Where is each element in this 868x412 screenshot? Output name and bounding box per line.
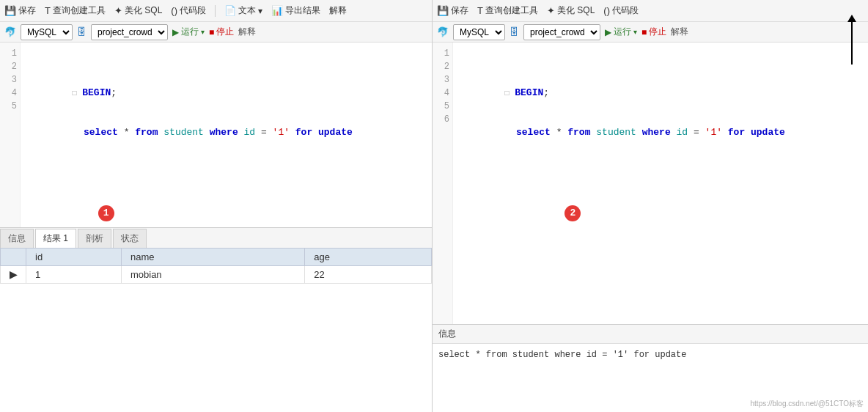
export-icon: 📊 bbox=[271, 5, 283, 16]
stop-icon-left: ■ bbox=[209, 27, 214, 37]
right-code-line-4: 2 bbox=[459, 192, 862, 205]
right-db-name-select[interactable]: project_crowd bbox=[523, 24, 600, 40]
left-db-bar: 🐬 MySQL 🗄 project_crowd ▶ 运行 ▾ ■ 停止 解释 bbox=[0, 22, 432, 43]
table-row: ▶ 1 mobian 22 bbox=[1, 266, 432, 284]
query-tool-icon: T bbox=[45, 5, 51, 16]
left-export-button[interactable]: 📊 导出结果 bbox=[271, 4, 320, 17]
mysql-icon-left: 🐬 bbox=[4, 26, 16, 37]
db-icon-left: 🗄 bbox=[77, 26, 87, 37]
code-icon: () bbox=[171, 5, 177, 16]
code-line-1: □ BEGIN; bbox=[26, 73, 426, 87]
right-info-header: 信息 bbox=[433, 325, 868, 344]
left-explain-button[interactable]: 解释 bbox=[238, 26, 256, 38]
right-db-bar: 🐬 MySQL 🗄 project_crowd ▶ 运行 ▾ ■ 停止 解释 bbox=[433, 22, 868, 43]
left-bottom: 信息 结果 1 剖析 状态 id name age ▶ bbox=[0, 227, 432, 412]
left-line-numbers: 1 2 3 4 5 bbox=[0, 43, 21, 227]
right-explain-button[interactable]: 解释 bbox=[671, 26, 688, 38]
right-info-content: select * from student where id = '1' for… bbox=[433, 344, 868, 366]
watermark: https://blog.csdn.net/@51CTO标客 bbox=[751, 399, 864, 409]
tab-analyze[interactable]: 剖析 bbox=[78, 229, 111, 248]
right-db-type-select[interactable]: MySQL bbox=[453, 24, 505, 40]
row-indicator: ▶ bbox=[1, 266, 26, 284]
right-code-content[interactable]: □ BEGIN; select * from student where id … bbox=[453, 43, 868, 324]
tab-status[interactable]: 状态 bbox=[113, 229, 147, 248]
right-code-block-button[interactable]: () 代码段 bbox=[603, 4, 639, 17]
tab-info[interactable]: 信息 bbox=[0, 229, 34, 248]
result-table: id name age ▶ 1 mobian 22 bbox=[0, 248, 432, 284]
right-code-line-5 bbox=[459, 232, 862, 245]
table-header-row: id name age bbox=[1, 249, 432, 266]
arrow-annotation bbox=[847, 15, 856, 65]
left-result-panel: id name age ▶ 1 mobian 22 bbox=[0, 248, 432, 412]
right-code-line-2: select * from student where id = '1' for… bbox=[459, 113, 862, 126]
left-run-button[interactable]: ▶ 运行 ▾ bbox=[172, 26, 205, 38]
cell-id: 1 bbox=[26, 266, 122, 284]
query-tool-icon-right: T bbox=[477, 5, 483, 16]
right-code-line-3 bbox=[459, 152, 862, 166]
left-save-button[interactable]: 💾 保存 bbox=[4, 4, 36, 17]
right-toolbar: 💾 保存 T 查询创建工具 ✦ 美化 SQL () 代码段 bbox=[433, 0, 868, 22]
cell-age: 22 bbox=[305, 266, 432, 284]
right-line-numbers: 1 2 3 4 5 6 bbox=[433, 43, 453, 324]
code-line-2: select * from student where id = '1' for… bbox=[26, 113, 426, 126]
left-db-name-select[interactable]: project_crowd bbox=[91, 24, 168, 40]
left-code-editor[interactable]: 1 2 3 4 5 □ BEGIN; select * from student… bbox=[0, 43, 432, 227]
doc-icon: 📄 bbox=[224, 5, 236, 16]
right-code-line-1: □ BEGIN; bbox=[459, 73, 862, 87]
tab-result[interactable]: 结果 1 bbox=[35, 229, 76, 249]
table-header-name: name bbox=[121, 249, 304, 266]
left-code-block-button[interactable]: () 代码段 bbox=[171, 4, 206, 17]
run-icon-left: ▶ bbox=[172, 27, 179, 37]
run-icon-right: ▶ bbox=[605, 27, 611, 37]
cell-name: mobian bbox=[121, 266, 304, 284]
right-query-tool-button[interactable]: T 查询创建工具 bbox=[477, 4, 538, 17]
left-stop-button[interactable]: ■ 停止 bbox=[209, 26, 234, 38]
badge-1: 1 bbox=[98, 205, 114, 221]
code-icon-right: () bbox=[603, 5, 610, 16]
db-icon-right: 🗄 bbox=[510, 26, 519, 37]
code-line-3 bbox=[26, 152, 426, 166]
right-panel: 💾 保存 T 查询创建工具 ✦ 美化 SQL () 代码段 🐬 MySQL 🗄 … bbox=[433, 0, 868, 412]
table-header-age: age bbox=[305, 249, 432, 266]
save-icon-right: 💾 bbox=[437, 5, 449, 16]
mysql-icon-right: 🐬 bbox=[437, 26, 449, 37]
right-stop-button[interactable]: ■ 停止 bbox=[641, 26, 666, 38]
stop-icon-right: ■ bbox=[641, 27, 647, 37]
right-run-button[interactable]: ▶ 运行 ▾ bbox=[605, 26, 637, 38]
toolbar-divider bbox=[215, 5, 216, 17]
table-header-indicator bbox=[1, 249, 26, 266]
right-code-line-6 bbox=[459, 271, 862, 284]
left-code-content[interactable]: □ BEGIN; select * from student where id … bbox=[21, 43, 432, 227]
left-beautify-button[interactable]: ✦ 美化 SQL bbox=[114, 4, 162, 17]
badge-2: 2 bbox=[564, 205, 581, 221]
left-toolbar: 💾 保存 T 查询创建工具 ✦ 美化 SQL () 代码段 📄 文本 ▾ 📊 导… bbox=[0, 0, 432, 22]
right-code-editor[interactable]: 1 2 3 4 5 6 □ BEGIN; select * from stude… bbox=[433, 43, 868, 324]
beautify-icon-right: ✦ bbox=[547, 5, 555, 16]
left-text-button[interactable]: 📄 文本 ▾ bbox=[224, 4, 262, 17]
left-query-tool-button[interactable]: T 查询创建工具 bbox=[45, 4, 106, 17]
code-line-4: 1 bbox=[26, 192, 426, 205]
beautify-icon: ✦ bbox=[114, 5, 122, 16]
table-header-id: id bbox=[26, 249, 122, 266]
right-beautify-button[interactable]: ✦ 美化 SQL bbox=[547, 4, 595, 17]
left-tabs: 信息 结果 1 剖析 状态 bbox=[0, 227, 432, 248]
save-icon: 💾 bbox=[4, 5, 16, 16]
arrow-line bbox=[851, 21, 853, 65]
left-db-type-select[interactable]: MySQL bbox=[21, 24, 73, 40]
right-save-button[interactable]: 💾 保存 bbox=[437, 4, 468, 17]
left-panel: 💾 保存 T 查询创建工具 ✦ 美化 SQL () 代码段 📄 文本 ▾ 📊 导… bbox=[0, 0, 433, 412]
left-explain-toolbar-button[interactable]: 解释 bbox=[329, 4, 347, 17]
